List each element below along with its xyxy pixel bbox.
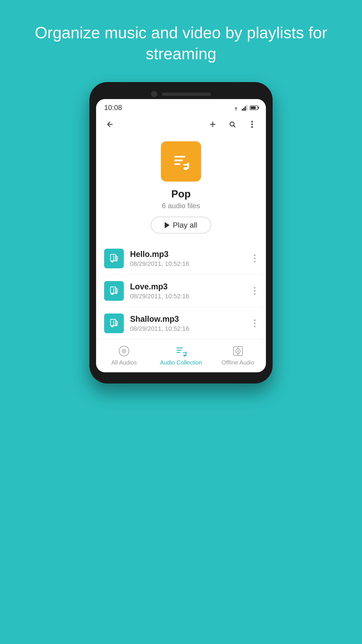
signal-icon — [242, 105, 248, 111]
audio-list: Hello.mp3 08/29/2011, 10:52:16 — [96, 242, 266, 340]
audio-item-2[interactable]: Love.mp3 08/29/2011, 10:52:16 — [96, 275, 266, 307]
status-bar: 10:08 — [96, 99, 266, 114]
bottom-nav: All Audios Audio Collection — [96, 340, 266, 372]
audio-info-2: Love.mp3 08/29/2011, 10:52:16 — [130, 282, 252, 300]
nav-audio-collection[interactable]: Audio Collection — [160, 345, 202, 366]
app-bar-right — [207, 118, 258, 130]
audio-item-3[interactable]: Shallow.mp3 08/29/2011, 10:52:16 — [96, 307, 266, 340]
svg-point-16 — [111, 260, 114, 262]
playlist-count: 6 audio files — [162, 202, 200, 210]
play-all-label: Play all — [173, 221, 197, 230]
audio-name-2: Love.mp3 — [130, 282, 252, 291]
playlist-name: Pop — [171, 188, 191, 200]
svg-rect-10 — [174, 160, 183, 161]
svg-rect-19 — [116, 257, 116, 260]
hero-title: Organize music and video by playlists fo… — [0, 22, 362, 64]
status-icons — [232, 105, 258, 111]
svg-point-32 — [123, 350, 125, 352]
svg-rect-23 — [113, 288, 114, 293]
playlist-icon — [161, 141, 201, 182]
back-button[interactable] — [104, 118, 116, 130]
svg-rect-37 — [186, 352, 187, 356]
audio-info-1: Hello.mp3 08/29/2011, 10:52:16 — [130, 250, 252, 268]
svg-rect-4 — [246, 105, 247, 111]
audio-more-1[interactable] — [252, 252, 258, 265]
svg-rect-35 — [177, 352, 180, 353]
play-icon — [165, 222, 170, 228]
audio-thumb-2 — [104, 281, 124, 301]
audio-thumb-3 — [104, 314, 124, 333]
nav-all-audios[interactable]: All Audios — [104, 345, 144, 366]
svg-point-36 — [183, 355, 186, 356]
svg-rect-1 — [242, 109, 243, 111]
audio-more-2[interactable] — [252, 285, 258, 297]
play-all-button[interactable]: Play all — [151, 217, 211, 234]
svg-point-21 — [111, 293, 114, 295]
svg-rect-11 — [174, 163, 181, 165]
audio-info-3: Shallow.mp3 08/29/2011, 10:52:16 — [130, 314, 252, 332]
status-time: 10:08 — [104, 104, 122, 112]
search-button[interactable] — [227, 118, 238, 130]
svg-point-41 — [237, 350, 239, 352]
svg-point-6 — [251, 121, 253, 122]
phone-notch — [96, 91, 266, 97]
app-bar-left — [104, 118, 116, 130]
add-button[interactable] — [207, 118, 219, 130]
audio-date-2: 08/29/2011, 10:52:16 — [130, 293, 252, 300]
svg-rect-25 — [110, 319, 115, 326]
audio-more-3[interactable] — [252, 317, 258, 330]
svg-rect-18 — [113, 256, 114, 261]
nav-all-audios-label: All Audios — [111, 359, 137, 366]
svg-rect-34 — [177, 350, 181, 350]
svg-point-7 — [251, 124, 253, 125]
svg-rect-24 — [116, 289, 116, 293]
svg-rect-9 — [174, 156, 185, 158]
phone-speaker — [162, 92, 211, 96]
nav-offline-audio-label: Offline Audio — [221, 359, 254, 366]
phone-camera — [151, 91, 157, 97]
audio-thumb-1 — [104, 249, 124, 268]
svg-rect-13 — [187, 163, 189, 169]
phone-screen: 10:08 — [96, 99, 266, 372]
playlist-header: Pop 6 audio files Play all — [96, 134, 266, 242]
battery-icon — [250, 106, 258, 110]
wifi-icon — [232, 105, 240, 111]
svg-rect-28 — [113, 320, 114, 326]
svg-rect-29 — [116, 322, 116, 325]
svg-rect-33 — [177, 348, 183, 348]
svg-rect-2 — [243, 108, 245, 111]
svg-point-0 — [236, 109, 236, 110]
app-bar — [96, 114, 266, 134]
svg-rect-15 — [110, 254, 115, 261]
nav-offline-audio[interactable]: Offline Audio — [218, 345, 258, 366]
svg-rect-3 — [245, 106, 246, 111]
svg-point-8 — [251, 126, 253, 128]
svg-rect-20 — [110, 287, 115, 294]
svg-point-26 — [111, 325, 114, 327]
svg-point-12 — [183, 167, 188, 170]
phone-device: 10:08 — [89, 82, 273, 384]
nav-audio-collection-label: Audio Collection — [160, 359, 202, 366]
svg-rect-14 — [183, 164, 188, 166]
audio-name-3: Shallow.mp3 — [130, 314, 252, 324]
audio-name-1: Hello.mp3 — [130, 250, 252, 259]
audio-date-3: 08/29/2011, 10:52:16 — [130, 325, 252, 332]
audio-date-1: 08/29/2011, 10:52:16 — [130, 260, 252, 268]
svg-rect-38 — [183, 352, 186, 353]
audio-item-1[interactable]: Hello.mp3 08/29/2011, 10:52:16 — [96, 242, 266, 275]
more-button[interactable] — [246, 118, 258, 130]
